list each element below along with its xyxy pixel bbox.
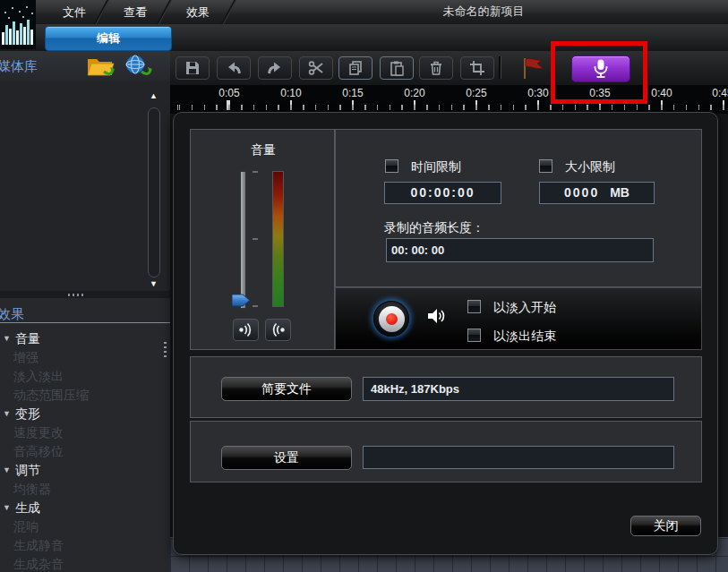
tab-edit[interactable]: 编辑: [45, 26, 172, 51]
trim-button[interactable]: [460, 56, 494, 80]
menu-file[interactable]: 文件: [47, 4, 102, 21]
import-web-icon[interactable]: [123, 55, 155, 81]
effects-panel-title: 效果: [0, 299, 24, 329]
timeline-label: 0:25: [466, 87, 486, 99]
effects-category-volume[interactable]: ▼音量: [0, 329, 170, 348]
undo-button[interactable]: [217, 56, 251, 80]
settings-field[interactable]: [363, 446, 674, 469]
chevron-down-icon: ▼: [3, 329, 11, 348]
settings-button[interactable]: 设置: [221, 446, 352, 470]
chevron-down-icon: ▼: [3, 405, 11, 423]
monitor-input-button[interactable]: [265, 319, 291, 341]
media-library-title: 媒体库: [0, 51, 38, 81]
size-limit-label: 大小限制: [565, 159, 615, 175]
menu-view[interactable]: 查看: [107, 4, 163, 21]
panel-splitter[interactable]: [0, 291, 170, 298]
size-limit-field[interactable]: 0000MB: [539, 182, 655, 204]
effects-category-deform[interactable]: ▼变形: [0, 405, 170, 423]
chevron-down-icon: ▼: [3, 499, 11, 517]
slider-tick: [253, 238, 258, 240]
record-dialog: 音量 时间限制: [173, 112, 718, 555]
ruler-minor-ticks: [170, 105, 728, 110]
timeline-label: 0:40: [651, 87, 672, 99]
effects-item-speed[interactable]: 速度更改: [0, 423, 184, 442]
import-folder-icon[interactable]: [85, 55, 117, 81]
slider-tick: [253, 171, 258, 173]
window-title: 未命名的新项目: [376, 4, 591, 20]
record-button-ring: [379, 306, 405, 332]
effects-item-gen-silence[interactable]: 生成静音: [0, 536, 184, 555]
record-dot-icon: [386, 313, 398, 325]
effects-panel-header: 效果: [0, 299, 170, 323]
scroll-down-icon[interactable]: ▼: [150, 280, 158, 288]
recorded-length-label: 录制的音频长度：: [384, 220, 484, 236]
volume-label: 音量: [191, 142, 336, 158]
speaker-icon[interactable]: [424, 305, 448, 330]
effects-item-fade[interactable]: 淡入淡出: [0, 367, 184, 386]
time-limit-field[interactable]: 00:00:00: [384, 182, 501, 204]
record-strip: 以淡入开始 以淡出结束: [335, 287, 702, 350]
paste-button[interactable]: [380, 56, 414, 80]
scroll-up-icon[interactable]: ▲: [150, 92, 158, 100]
copy-button[interactable]: [338, 56, 373, 80]
slider-tick: [253, 305, 258, 307]
chevron-down-icon: ▼: [3, 461, 11, 480]
redo-button[interactable]: [258, 56, 292, 80]
marker-flag-icon[interactable]: [519, 55, 553, 84]
splitter-grip-icon: [68, 294, 84, 296]
settings-panel: 设置: [190, 421, 702, 482]
cut-button[interactable]: [299, 56, 333, 80]
record-button[interactable]: [373, 301, 409, 337]
timeline-label: 0:10: [280, 87, 301, 99]
limits-panel: 时间限制 大小限制 00:00:00 0000MB 录制的音频长度： 00: 0…: [335, 129, 702, 287]
size-limit-value: 0000: [564, 185, 599, 200]
volume-slider-thumb[interactable]: [232, 294, 251, 311]
toolbar-separator: [499, 56, 501, 79]
level-meter: [272, 171, 284, 307]
fade-in-label: 以淡入开始: [493, 300, 556, 316]
volume-panel: 音量: [190, 129, 335, 350]
app-logo-icon: [0, 0, 36, 49]
timeline-label: 0:05: [218, 87, 239, 99]
splitter-grip-icon[interactable]: [164, 340, 167, 357]
highlight-box: [551, 41, 647, 104]
profile-field[interactable]: 48kHz, 187Kbps: [363, 377, 674, 401]
fade-out-checkbox[interactable]: [467, 329, 481, 342]
media-library-list[interactable]: [0, 81, 170, 291]
effects-item-compressor[interactable]: 动态范围压缩: [0, 386, 184, 405]
effects-item-reverb[interactable]: 混响: [0, 517, 184, 536]
delete-button[interactable]: [419, 56, 453, 80]
time-limit-checkbox[interactable]: [385, 159, 398, 173]
fade-out-label: 以淡出结束: [493, 329, 556, 345]
size-limit-checkbox[interactable]: [539, 159, 552, 173]
timeline-label: 0:30: [527, 87, 548, 99]
effects-item-equalizer[interactable]: 均衡器: [0, 480, 184, 499]
sidebar: 媒体库 ▲: [0, 51, 171, 572]
monitor-output-button[interactable]: [233, 319, 259, 341]
timeline-label: 0:20: [404, 87, 424, 99]
menu-effects[interactable]: 效果: [170, 4, 226, 21]
app-window: 文件 查看 效果 未命名的新项目 编辑: [0, 0, 728, 572]
menu-bar: 文件 查看 效果 未命名的新项目: [0, 0, 728, 25]
size-limit-unit: MB: [610, 185, 630, 200]
timeline-label: 0:45: [712, 87, 728, 99]
effects-category-adjust[interactable]: ▼调节: [0, 461, 170, 480]
profile-button[interactable]: 简要文件: [221, 377, 352, 401]
recorded-length-field: 00: 00: 00: [386, 238, 654, 262]
effects-category-generate[interactable]: ▼生成: [0, 499, 170, 517]
time-limit-label: 时间限制: [411, 159, 461, 175]
media-library-header: 媒体库: [0, 51, 170, 81]
volume-slider-track[interactable]: [240, 171, 246, 309]
effects-item-gen-noise[interactable]: 生成杂音: [0, 555, 184, 572]
close-button[interactable]: 关闭: [630, 516, 701, 536]
effects-item-amplify[interactable]: 增强: [0, 348, 184, 367]
profile-panel: 简要文件 48kHz, 187Kbps: [190, 356, 702, 418]
media-library-scrollbar[interactable]: [148, 107, 160, 277]
fade-in-checkbox[interactable]: [467, 300, 481, 313]
timeline-label: 0:15: [342, 87, 363, 99]
effects-item-pitch[interactable]: 音高移位: [0, 442, 184, 461]
save-button[interactable]: [176, 56, 210, 80]
